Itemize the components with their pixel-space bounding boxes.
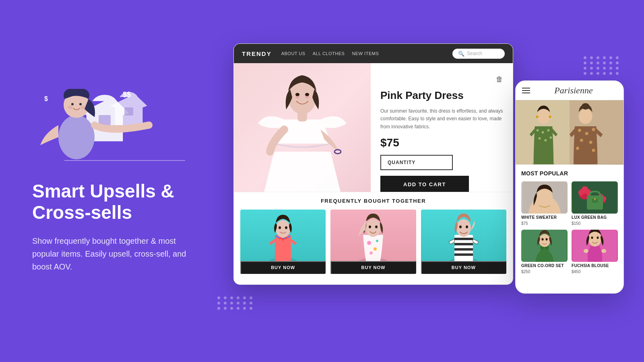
svg-point-62 [576, 147, 579, 150]
svg-point-59 [592, 128, 595, 131]
svg-point-48 [542, 131, 544, 134]
fbt-items-list: BUY NOW [240, 210, 506, 274]
svg-point-29 [374, 247, 377, 251]
popular-grid: WHITE SWEATER $75 [521, 181, 618, 274]
browser-window: TRENDY ABOUT US ALL CLOTHES NEW ITEMS 🔍 … [233, 43, 513, 285]
fbt-item-3-image [421, 210, 506, 268]
svg-point-73 [582, 186, 588, 193]
trash-icon-area: 🗑 [380, 75, 503, 84]
svg-point-5 [71, 103, 74, 105]
svg-point-22 [282, 238, 284, 241]
browser-search-bar[interactable]: 🔍 Search [452, 49, 505, 59]
fbt-item-2: BUY NOW [330, 210, 416, 274]
dots-decoration-top [584, 56, 620, 75]
popular-item-3-price: $250 [521, 269, 568, 274]
svg-point-85 [539, 234, 550, 247]
svg-point-54 [536, 115, 539, 118]
svg-point-52 [549, 136, 552, 139]
svg-point-16 [295, 93, 299, 96]
svg-point-58 [585, 132, 588, 135]
svg-point-47 [537, 129, 539, 132]
svg-rect-0 [99, 115, 111, 125]
svg-point-28 [367, 241, 371, 245]
popular-item-3[interactable]: GREEN CO-ORD SET $250 [521, 230, 568, 274]
svg-rect-39 [454, 248, 473, 251]
fbt-buy-now-1[interactable]: BUY NOW [240, 261, 326, 274]
svg-point-61 [589, 141, 592, 144]
svg-point-60 [580, 139, 583, 142]
svg-point-43 [466, 225, 468, 228]
most-popular-title: MOST POPULAR [521, 170, 618, 177]
product-price: $75 [380, 136, 503, 149]
svg-point-7 [68, 106, 72, 109]
most-popular-section: MOST POPULAR WH [516, 165, 623, 274]
svg-text:$: $ [44, 95, 48, 102]
browser-navbar: TRENDY ABOUT US ALL CLOTHES NEW ITEMS 🔍 … [234, 44, 513, 63]
hamburger-menu[interactable] [522, 88, 530, 93]
trash-icon[interactable]: 🗑 [496, 75, 503, 84]
nav-link-about[interactable]: ABOUT US [281, 51, 305, 56]
svg-point-74 [582, 193, 587, 198]
dots-decoration-bottom [217, 296, 254, 310]
fbt-title: FREQUENTLY BOUGHT TOGETHER [240, 198, 506, 204]
svg-point-41 [456, 219, 471, 237]
svg-rect-37 [454, 238, 473, 240]
popular-item-2-image [572, 181, 618, 214]
search-placeholder: Search [467, 51, 482, 56]
nav-link-new[interactable]: NEW ITEMS [352, 51, 379, 56]
svg-point-92 [584, 249, 588, 253]
svg-point-24 [276, 220, 290, 238]
svg-point-65 [582, 103, 590, 110]
popular-item-4[interactable]: FUCHSIA BLOUSE $450 [572, 230, 618, 274]
main-heading: Smart Upsells & Cross-sells [32, 181, 189, 223]
popular-item-1-price: $75 [521, 221, 568, 226]
svg-point-32 [366, 219, 380, 237]
product-description: Our summer favourite, this dress is effo… [380, 107, 503, 131]
illustration: $$ [32, 89, 185, 169]
add-to-cart-button[interactable]: ADD TO CART [380, 176, 469, 193]
fbt-item-3: BUY NOW [421, 210, 506, 274]
left-section: $$ [0, 65, 213, 297]
svg-point-51 [544, 139, 547, 142]
popular-item-4-price: $450 [572, 269, 618, 274]
svg-point-86 [541, 238, 543, 241]
fbt-buy-now-3[interactable]: BUY NOW [421, 261, 506, 274]
svg-point-18 [334, 150, 341, 154]
svg-rect-40 [454, 253, 473, 256]
svg-point-87 [545, 238, 547, 241]
browser-nav-links: ABOUT US ALL CLOTHES NEW ITEMS [281, 51, 379, 56]
svg-point-49 [547, 129, 549, 132]
popular-item-2[interactable]: LUX GREEN BAG $150 [572, 181, 618, 226]
svg-point-33 [369, 225, 371, 228]
popular-item-1-name: WHITE SWEATER [521, 215, 568, 220]
popular-item-3-image [521, 230, 568, 262]
svg-point-34 [375, 225, 378, 228]
popular-item-1[interactable]: WHITE SWEATER $75 [521, 181, 568, 226]
quantity-input[interactable]: QUANTITY [380, 155, 453, 170]
fbt-item-1-image [240, 210, 326, 268]
svg-rect-81 [594, 198, 596, 200]
svg-point-8 [80, 106, 85, 109]
svg-point-95 [591, 237, 593, 239]
popular-item-3-name: GREEN CO-ORD SET [521, 263, 568, 268]
svg-point-26 [285, 226, 287, 229]
svg-point-64 [579, 109, 592, 124]
svg-rect-38 [454, 243, 473, 245]
svg-point-55 [549, 115, 551, 118]
fbt-buy-now-2[interactable]: BUY NOW [330, 261, 416, 274]
popular-item-1-image [521, 181, 568, 214]
svg-point-3 [58, 115, 95, 159]
svg-point-96 [597, 237, 599, 239]
mobile-hero-image [516, 100, 623, 165]
search-icon: 🔍 [458, 51, 464, 57]
svg-point-50 [539, 137, 541, 140]
browser-content: 🗑 Pink Party Dress Our summer favourite,… [234, 63, 513, 212]
mobile-logo: Parisienne [530, 85, 617, 96]
main-description: Show frequently bought together & most p… [32, 234, 189, 273]
popular-item-2-name: LUX GREEN BAG [572, 215, 618, 220]
svg-rect-2 [124, 107, 133, 115]
nav-link-clothes[interactable]: ALL CLOTHES [313, 51, 345, 56]
svg-point-31 [376, 240, 378, 242]
fbt-section: FREQUENTLY BOUGHT TOGETHER [234, 192, 513, 284]
svg-point-17 [305, 93, 309, 96]
